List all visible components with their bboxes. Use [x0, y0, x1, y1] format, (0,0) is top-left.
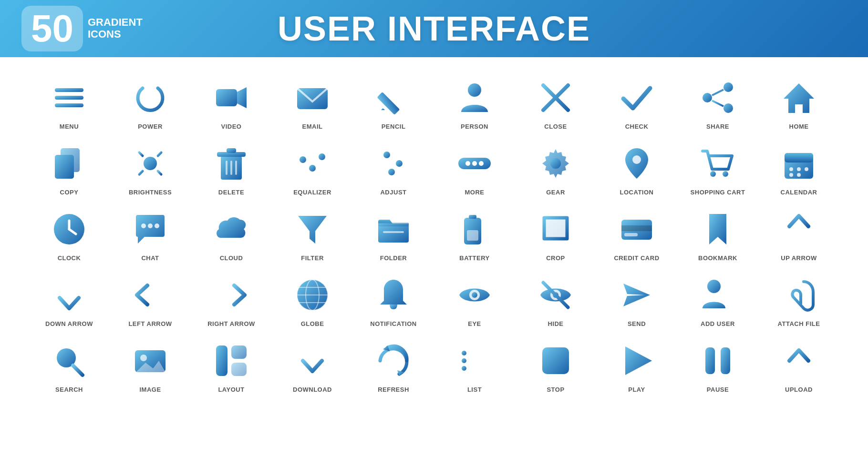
close-icon [534, 76, 577, 119]
header-badge: 50 [21, 6, 83, 51]
gear-icon [534, 142, 577, 185]
svg-point-48 [472, 161, 477, 166]
svg-marker-70 [298, 216, 327, 244]
battery-icon [453, 208, 496, 251]
attach-file-label: ATTACH FILE [778, 320, 820, 327]
svg-marker-96 [623, 284, 650, 306]
icon-item-location: LOCATION [596, 137, 677, 198]
download-icon [291, 339, 334, 382]
more-icon [453, 142, 496, 185]
credit-card-icon [615, 208, 658, 251]
person-icon [453, 76, 496, 119]
right-arrow-label: RIGHT ARROW [207, 320, 255, 327]
pause-icon [696, 339, 739, 382]
send-icon [615, 274, 658, 316]
svg-rect-107 [231, 363, 247, 376]
add-user-label: ADD USER [701, 320, 735, 327]
icon-item-stop: STOP [515, 335, 596, 396]
search-icon [48, 339, 91, 382]
delete-label: DELETE [218, 189, 244, 196]
hide-icon [534, 274, 577, 316]
svg-point-114 [462, 358, 466, 363]
svg-rect-118 [542, 347, 569, 374]
icon-item-video: VIDEO [191, 71, 272, 132]
icon-item-notification: NOTIFICATION [353, 269, 434, 330]
header-subtitle: GRADIENT ICONS [88, 17, 143, 41]
icon-item-chat: CHAT [110, 203, 191, 264]
icon-item-check: CHECK [596, 71, 677, 132]
menu-icon [48, 76, 91, 119]
share-label: SHARE [706, 123, 729, 130]
send-label: SEND [628, 320, 646, 327]
layout-icon [210, 339, 253, 382]
svg-rect-0 [55, 88, 83, 92]
svg-point-49 [479, 161, 484, 166]
svg-point-112 [462, 351, 466, 355]
stop-icon [534, 339, 577, 382]
svg-rect-1 [55, 96, 83, 100]
icon-item-calendar: CALENDAR [758, 137, 839, 198]
icon-item-layout: LAYOUT [191, 335, 272, 396]
svg-line-15 [712, 101, 723, 106]
down-arrow-label: DOWN ARROW [45, 320, 93, 327]
icon-item-clock: CLOCK [29, 203, 110, 264]
pencil-icon [372, 76, 415, 119]
close-label: CLOSE [544, 123, 567, 130]
play-icon [615, 339, 658, 382]
video-icon [210, 76, 253, 119]
pencil-label: PENCIL [382, 123, 406, 130]
icon-item-image: IMAGE [110, 335, 191, 396]
globe-icon [291, 274, 334, 316]
svg-point-68 [148, 223, 153, 228]
clock-icon [48, 208, 91, 251]
svg-rect-71 [378, 223, 409, 226]
svg-point-38 [309, 165, 316, 172]
svg-marker-6 [381, 108, 385, 110]
svg-point-43 [383, 152, 390, 158]
icon-item-list: LIST [434, 335, 515, 396]
attach-file-icon [777, 274, 820, 316]
svg-point-69 [155, 223, 159, 228]
svg-point-45 [388, 169, 395, 175]
power-icon [129, 76, 172, 119]
svg-rect-80 [624, 233, 638, 236]
icon-count: 50 [31, 7, 73, 50]
icon-item-delete: DELETE [191, 137, 272, 198]
icons-container: MENU POWER VIDEO [0, 57, 868, 405]
clock-label: CLOCK [58, 254, 81, 262]
icon-item-person: PERSON [434, 71, 515, 132]
filter-icon [291, 208, 334, 251]
adjust-icon [372, 142, 415, 185]
icon-item-equalizer: EQUALIZER [272, 137, 353, 198]
svg-point-97 [707, 280, 721, 293]
svg-rect-120 [705, 347, 715, 374]
icon-item-pencil: PENCIL [353, 71, 434, 132]
icon-item-attach-file: ATTACH FILE [758, 269, 839, 330]
folder-label: FOLDER [380, 254, 407, 262]
svg-rect-30 [227, 148, 236, 153]
svg-marker-16 [784, 83, 814, 113]
hide-label: HIDE [548, 320, 563, 327]
bookmark-label: BOOKMARK [698, 254, 737, 262]
icon-item-home: HOME [758, 71, 839, 132]
eye-label: EYE [468, 320, 481, 327]
svg-rect-74 [469, 215, 476, 219]
share-icon [696, 76, 739, 119]
location-label: LOCATION [620, 189, 654, 196]
image-icon [129, 339, 172, 382]
icon-item-battery: BATTERY [434, 203, 515, 264]
eye-icon [453, 274, 496, 316]
icon-item-upload: UPLOAD [758, 335, 839, 396]
svg-rect-121 [721, 347, 730, 374]
svg-line-26 [158, 152, 161, 156]
globe-label: GLOBE [301, 320, 324, 327]
icon-item-down-arrow: DOWN ARROW [29, 269, 110, 330]
cloud-icon [210, 208, 253, 251]
icon-item-globe: GLOBE [272, 269, 353, 330]
svg-point-13 [723, 103, 733, 113]
calendar-label: CALENDAR [781, 189, 817, 196]
icon-item-shopping-cart: SHOPPING CART [677, 137, 758, 198]
layout-label: LAYOUT [218, 386, 244, 393]
power-label: POWER [138, 123, 163, 130]
icon-item-share: SHARE [677, 71, 758, 132]
